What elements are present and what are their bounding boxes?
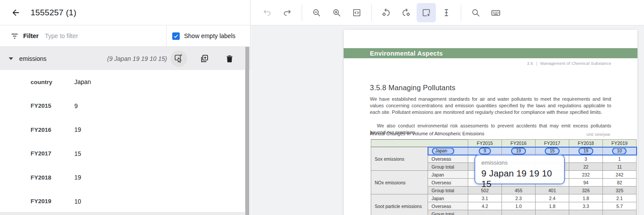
panel-header: 1555257 (1): [0, 0, 250, 25]
zoom-out-button[interactable]: [307, 3, 326, 22]
redo-button[interactable]: [278, 3, 297, 22]
table-corner-cell: [371, 140, 468, 147]
labels-panel: 1555257 (1) Filter Show empty labels emi…: [0, 0, 251, 215]
year-header: FY2019: [603, 140, 637, 147]
table-header-row: FY2015FY2016FY2017FY2018FY2019: [371, 140, 637, 147]
value-cell: 2.1: [603, 194, 637, 202]
value-cell: [468, 210, 502, 215]
field-value: 10: [74, 198, 81, 205]
annotation-box[interactable]: 15: [545, 148, 559, 155]
keyboard-shortcuts-button[interactable]: [486, 3, 505, 22]
label-group-actions: [171, 50, 238, 67]
value-cell: 10: [603, 147, 637, 155]
fit-to-width-button[interactable]: [347, 3, 366, 22]
show-empty-label: Show empty labels: [184, 32, 236, 39]
sub-label-cell: Group total: [428, 210, 468, 215]
collapse-caret-icon[interactable]: [9, 57, 13, 60]
field-value: 15: [74, 150, 81, 157]
annotate-button[interactable]: [171, 50, 187, 67]
label-group-name: emissions: [19, 55, 46, 62]
annotation-box[interactable]: 19: [511, 148, 526, 155]
value-cell: 3.3: [569, 202, 603, 210]
field-key: FY2018: [0, 174, 74, 181]
value-cell: 1.8: [536, 202, 569, 210]
toolbar-divider: [371, 4, 372, 21]
annotation-box[interactable]: Japan: [432, 148, 454, 155]
value-cell: 4.2: [468, 202, 502, 210]
sub-label-cell: Japan: [428, 171, 468, 179]
sub-label-cell: Group total: [428, 163, 468, 171]
field-key: FY2019: [0, 198, 74, 204]
field-value: 9: [74, 102, 78, 109]
viewer-toolbar: [251, 0, 644, 25]
search-button[interactable]: [466, 3, 485, 22]
value-cell: [536, 210, 569, 215]
value-cell: 1.8: [569, 194, 603, 202]
group-label-cell: Soot particle emissions: [371, 194, 428, 215]
field-row[interactable]: FY2016 19: [0, 118, 250, 142]
value-cell: 19: [569, 147, 603, 155]
duplicate-button[interactable]: [196, 50, 212, 67]
field-row[interactable]: FY2018 19: [0, 166, 250, 190]
table-caption: Annual Changes in Volume of Atmospheric …: [370, 131, 484, 136]
label-group-summary: (9 Japan 19 19 10 15): [107, 55, 167, 62]
delete-button[interactable]: [221, 50, 238, 67]
value-cell: 1.0: [502, 202, 536, 210]
tooltip-label: emissions: [481, 159, 564, 166]
scrollbar-thumb[interactable]: [245, 47, 249, 215]
annotation-box[interactable]: 10: [612, 148, 627, 155]
zoom-in-button[interactable]: [327, 3, 346, 22]
filter-icon: [10, 32, 19, 40]
back-button[interactable]: [10, 7, 22, 19]
value-cell: [502, 210, 536, 215]
value-cell: 326: [569, 187, 603, 194]
year-header: FY2016: [502, 140, 536, 147]
add-bounding-box-button[interactable]: [417, 3, 436, 22]
year-header: FY2017: [536, 140, 569, 147]
section-reference: 3.5|Management of Chemical Substance: [527, 61, 611, 66]
undo-button[interactable]: [258, 3, 277, 22]
value-cell: [569, 210, 603, 215]
value-cell: 19: [502, 147, 536, 155]
filter-section: Filter: [0, 25, 166, 46]
document-page[interactable]: Environmental Aspects 3.5|Management of …: [344, 30, 637, 215]
document-paragraph-1: We have established management standards…: [370, 96, 611, 116]
field-value: Japan: [74, 78, 91, 85]
value-cell: 325: [603, 187, 637, 194]
field-key: country: [0, 79, 74, 85]
label-group-row-emissions[interactable]: emissions (9 Japan 19 19 10 15): [0, 47, 250, 70]
rotate-right-button[interactable]: [397, 3, 416, 22]
field-key: FY2016: [0, 127, 74, 133]
filter-label: Filter: [23, 32, 38, 39]
sub-label-cell: Overseas: [428, 179, 468, 187]
annotation-box[interactable]: 9: [479, 148, 491, 155]
field-row[interactable]: FY2019 10: [0, 190, 250, 214]
field-key: FY2015: [0, 102, 74, 109]
tooltip-value: 9 Japan 19 19 10 15: [481, 168, 564, 189]
document-title: 1555257 (1): [31, 8, 77, 18]
value-cell: [603, 210, 637, 215]
panel-scrollbar[interactable]: [245, 47, 250, 215]
field-row[interactable]: FY2017 15: [0, 142, 250, 166]
annotation-box[interactable]: 19: [578, 148, 593, 155]
rotate-left-button[interactable]: [376, 3, 396, 22]
filter-bar: Filter Show empty labels: [0, 25, 250, 47]
cursor-icon: [178, 58, 181, 63]
value-cell: 11: [603, 163, 637, 171]
show-empty-checkbox[interactable]: [172, 32, 180, 40]
value-cell: 9: [468, 147, 502, 155]
value-cell: 1: [603, 155, 637, 163]
field-row[interactable]: FY2015 9: [0, 94, 250, 118]
field-row[interactable]: country Japan: [0, 70, 250, 94]
select-text-button[interactable]: [437, 3, 456, 22]
value-cell: 3.1: [468, 194, 502, 202]
document-banner: Environmental Aspects: [344, 48, 637, 58]
value-cell: 82: [603, 179, 637, 187]
value-cell: 22: [569, 163, 603, 171]
sub-label-cell: Overseas: [428, 155, 468, 163]
toolbar-divider: [461, 4, 461, 21]
filter-input[interactable]: [45, 32, 145, 39]
value-cell: 242: [603, 171, 637, 179]
sub-label-cell: Japan: [428, 194, 468, 202]
sub-label-cell: Group total: [428, 187, 468, 194]
